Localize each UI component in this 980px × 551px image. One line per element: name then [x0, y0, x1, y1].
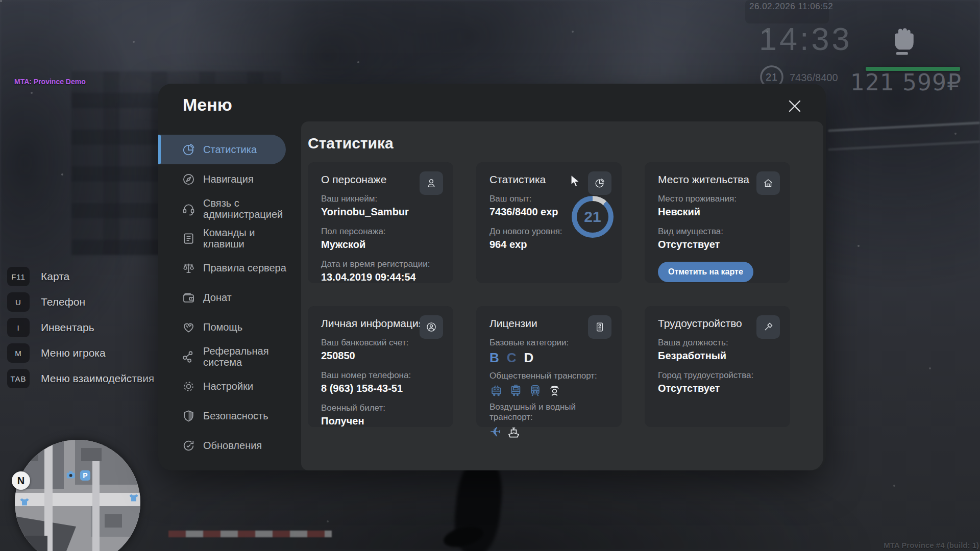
camera-blip-icon: [66, 469, 77, 481]
compass-icon: [182, 172, 195, 186]
field-residence: Место проживания: Невский: [658, 194, 777, 218]
gear-icon: [182, 380, 195, 393]
conductor-icon: [548, 384, 561, 397]
minimap: P N: [15, 440, 140, 551]
sidebar-item-server-rules[interactable]: Правила сервера: [158, 253, 301, 283]
license-letter-c: C: [507, 350, 517, 366]
card-employment: Трудоустройство Ваша должность: Безработ…: [645, 306, 790, 427]
field-military-id: Военный билет: Получен: [321, 403, 440, 427]
sidebar-item-help[interactable]: Помощь: [158, 312, 301, 342]
close-button[interactable]: [787, 97, 805, 115]
ship-icon: [507, 425, 521, 439]
hud-exp-fraction: 7436/8400: [790, 72, 838, 84]
field-job-city: Город трудоустройства: Отсутствует: [658, 370, 777, 394]
shield-icon: [182, 409, 195, 423]
card-personal-info: Личная информация Ваш банковский счет: 2…: [308, 306, 453, 427]
card-about-character: О персонаже Ваш никнейм: Yorinobu_Sambur…: [308, 162, 453, 283]
pie-chart-icon: [588, 171, 611, 195]
field-gender: Пол персонажа: Мужской: [321, 227, 440, 251]
menu-title: Меню: [183, 95, 232, 115]
mouse-cursor: [570, 174, 581, 188]
parking-blip: P: [80, 470, 90, 481]
hotkey-hints: F11 Карта U Телефон I Инвентарь M Меню и…: [7, 264, 154, 391]
card-residence: Место жительства Место проживания: Невск…: [645, 162, 790, 283]
sidebar-item-commands-keys[interactable]: Команды и клавиши: [158, 223, 301, 253]
hud-datetime: 26.02.2026 11:06:52: [749, 2, 833, 12]
tram-icon: [509, 384, 523, 397]
hotkey-row-inventory: I Инвентарь: [7, 315, 154, 340]
hotkey-row-player-menu: M Меню игрока: [7, 340, 154, 366]
field-phone: Ваш номер телефона: 8 (963) 158-43-51: [321, 370, 440, 394]
shirt-blip-icon: [19, 497, 30, 508]
license-letter-b: B: [489, 350, 499, 366]
pie-chart-icon: [182, 143, 195, 157]
menu-content: Статистика О персонаже Ваш никнейм: Yori…: [301, 121, 823, 470]
menu-sidebar: Статистика Навигация Связь с администрац…: [158, 135, 301, 460]
shirt-blip-icon: [128, 493, 139, 504]
wallet-icon: [182, 291, 195, 305]
game-screen: MTA: Province Demo 26.02.2026 11:06:52 1…: [0, 0, 980, 551]
house-icon: [756, 171, 780, 195]
hammer-icon: [756, 315, 780, 339]
license-letters: B C D: [489, 350, 608, 366]
minimap-circle: P: [15, 440, 140, 551]
stats-card-grid: О персонаже Ваш никнейм: Yorinobu_Sambur…: [308, 162, 790, 427]
money-value: 121 599₽: [850, 69, 962, 95]
field-property: Вид имущества: Отсутствует: [658, 227, 777, 251]
handshake-heart-icon: [182, 320, 195, 334]
build-version-label: MTA Province #4 (build: 1): [884, 541, 979, 549]
mark-on-map-button[interactable]: Отметить на карте: [658, 262, 753, 282]
sidebar-item-admin-contact[interactable]: Связь с администрацией: [158, 194, 301, 223]
close-icon: [787, 98, 802, 114]
field-bank-account: Ваш банковский счет: 250850: [321, 338, 440, 362]
hotkey-row-map: F11 Карта: [7, 264, 154, 289]
sidebar-item-navigation[interactable]: Навигация: [158, 164, 301, 194]
field-nickname: Ваш никнейм: Yorinobu_Sambur: [321, 194, 440, 218]
key-badge: TAB: [7, 369, 30, 388]
level-value: 21: [577, 201, 608, 233]
card-licenses: Лицензии Базовые категории: B C D Общест…: [476, 306, 622, 427]
fist-icon: [889, 23, 914, 58]
sidebar-item-statistics[interactable]: Статистика: [158, 135, 286, 164]
air-water-licenses: ✈: [489, 424, 608, 439]
menu-panel: Меню Статистика Навигация: [158, 84, 826, 470]
background-road-barrier: [168, 531, 332, 537]
sidebar-item-referral[interactable]: Реферальная система: [158, 342, 301, 371]
exp-ring: 21: [572, 196, 614, 238]
snow-particles: [0, 0, 2, 2]
hotkey-row-phone: U Телефон: [7, 289, 154, 315]
sidebar-item-donate[interactable]: Донат: [158, 283, 301, 312]
train-icon: [528, 384, 542, 397]
scales-icon: [182, 261, 195, 275]
sidebar-item-security[interactable]: Безопасность: [158, 401, 301, 431]
id-card-icon: [588, 315, 611, 339]
minimap-map: [15, 440, 140, 551]
key-badge: M: [7, 343, 30, 363]
key-badge: I: [7, 318, 30, 337]
person-circle-icon: [420, 315, 443, 339]
license-letter-d: D: [524, 350, 534, 366]
trolleybus-icon: [489, 384, 503, 397]
server-name-label: MTA: Province Demo: [14, 78, 86, 86]
hud-clock: 14:33: [759, 20, 852, 57]
key-badge: F11: [7, 267, 30, 286]
page-title: Статистика: [308, 135, 394, 152]
headset-icon: [182, 202, 195, 216]
sidebar-item-settings[interactable]: Настройки: [158, 371, 301, 401]
share-nodes-icon: [182, 350, 195, 364]
field-position: Ваша должность: Безработный: [658, 338, 777, 362]
document-list-icon: [182, 232, 195, 245]
card-statistics: Статистика Ваш опыт: 7436/8400 exp До но…: [476, 162, 622, 283]
refresh-check-icon: [182, 439, 195, 453]
plane-icon: ✈: [489, 425, 501, 439]
minimap-north-badge: N: [12, 471, 30, 490]
person-icon: [420, 171, 443, 195]
key-badge: U: [7, 292, 30, 312]
field-registration: Дата и время регистрации: 13.04.2019 09:…: [321, 259, 440, 283]
sidebar-item-updates[interactable]: Обновления: [158, 431, 301, 460]
public-transport-licenses: [489, 383, 608, 397]
hotkey-row-interaction: TAB Меню взаимодействия: [7, 366, 154, 391]
